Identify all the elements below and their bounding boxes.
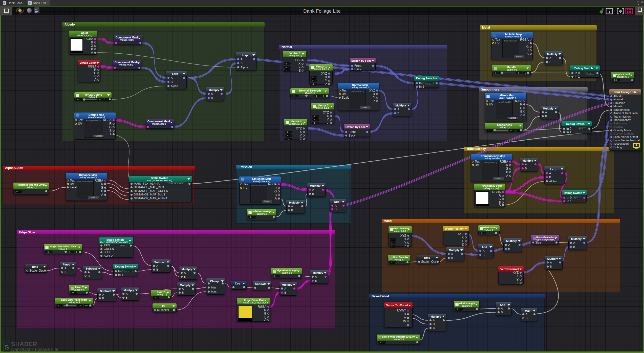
svg-text:S: S [5, 343, 9, 351]
svg-text:i: i [609, 9, 610, 13]
